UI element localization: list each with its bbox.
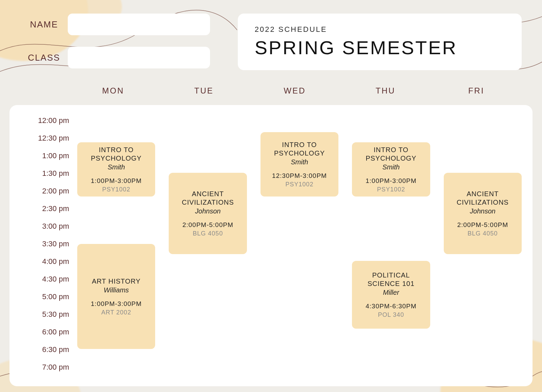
event-title: POLITICAL SCIENCE 101 (355, 271, 426, 288)
time-label: 12:30 pm (9, 133, 77, 151)
day-header: FRI (431, 86, 522, 96)
event-instructor: Smith (81, 163, 152, 171)
event-code: PSY1002 (355, 186, 426, 193)
name-input[interactable] (68, 14, 210, 35)
page-title: SPRING SEMESTER (255, 37, 457, 59)
event-block: ART HISTORYWilliams1:00PM-3:00PMART 2002 (77, 244, 155, 349)
event-title: ANCIENT CIVILIZATIONS (172, 190, 243, 207)
time-label: 5:00 pm (9, 292, 77, 310)
time-label: 3:00 pm (9, 222, 77, 239)
time-label: 3:30 pm (9, 239, 77, 257)
event-title: INTRO TO PSYCHOLOGY (81, 146, 152, 163)
event-time: 4:30PM-6:30PM (355, 303, 426, 310)
time-label: 12:00 pm (9, 116, 77, 133)
class-input[interactable] (68, 47, 210, 68)
event-code: PSY1002 (81, 186, 152, 193)
event-instructor: Johnson (172, 207, 243, 215)
time-label: 2:30 pm (9, 204, 77, 222)
day-column-mon: INTRO TO PSYCHOLOGYSmith1:00PM-3:00PMPSY… (77, 112, 155, 379)
day-header: TUE (159, 86, 249, 96)
event-time: 1:00PM-3:00PM (81, 177, 152, 185)
event-instructor: Smith (355, 163, 426, 171)
event-title: INTRO TO PSYCHOLOGY (355, 146, 426, 163)
time-label: 4:00 pm (9, 257, 77, 274)
event-instructor: Smith (264, 158, 335, 166)
title-card: 2022 SCHEDULE SPRING SEMESTER (238, 14, 522, 70)
event-block: INTRO TO PSYCHOLOGYSmith1:00PM-3:00PMPSY… (77, 142, 155, 197)
day-header: MON (68, 86, 159, 96)
time-label: 7:00 pm (9, 363, 77, 380)
time-label: 5:30 pm (9, 310, 77, 327)
day-column-thu: INTRO TO PSYCHOLOGYSmith1:00PM-3:00PMPSY… (352, 112, 430, 379)
event-time: 2:00PM-5:00PM (172, 221, 243, 229)
event-time: 1:00PM-3:00PM (81, 300, 152, 308)
event-title: ANCIENT CIVILIZATIONS (447, 190, 518, 207)
event-code: PSY1002 (264, 181, 335, 188)
time-label: 4:30 pm (9, 274, 77, 292)
event-block: INTRO TO PSYCHOLOGYSmith1:00PM-3:00PMPSY… (352, 142, 430, 197)
event-instructor: Johnson (447, 207, 518, 215)
event-instructor: Williams (81, 286, 152, 294)
event-code: BLG 4050 (172, 230, 243, 237)
event-block: ANCIENT CIVILIZATIONSJohnson2:00PM-5:00P… (444, 173, 522, 254)
event-block: POLITICAL SCIENCE 101Miller4:30PM-6:30PM… (352, 261, 430, 329)
day-header: THU (340, 86, 431, 96)
event-block: INTRO TO PSYCHOLOGYSmith12:30PM-3:00PMPS… (260, 132, 338, 197)
event-code: POL 340 (355, 311, 426, 318)
class-label: CLASS (20, 53, 68, 63)
time-label: 1:30 pm (9, 169, 77, 186)
day-header-row: MON TUE WED THU FRI (0, 86, 542, 96)
time-label: 1:00 pm (9, 151, 77, 169)
time-column: 12:00 pm12:30 pm1:00 pm1:30 pm2:00 pm2:3… (9, 116, 77, 380)
day-column-fri: ANCIENT CIVILIZATIONSJohnson2:00PM-5:00P… (444, 112, 522, 379)
time-label: 2:00 pm (9, 186, 77, 204)
schedule-grid: 12:00 pm12:30 pm1:00 pm1:30 pm2:00 pm2:3… (9, 105, 533, 386)
event-time: 12:30PM-3:00PM (264, 172, 335, 180)
event-time: 2:00PM-5:00PM (447, 221, 518, 229)
event-title: INTRO TO PSYCHOLOGY (264, 141, 335, 158)
event-title: ART HISTORY (81, 277, 152, 286)
subtitle: 2022 SCHEDULE (255, 25, 457, 34)
event-instructor: Miller (355, 289, 426, 296)
event-code: ART 2002 (81, 309, 152, 316)
day-header: WED (249, 86, 340, 96)
event-block: ANCIENT CIVILIZATIONSJohnson2:00PM-5:00P… (169, 173, 247, 254)
name-label: NAME (20, 19, 68, 30)
day-column-wed: INTRO TO PSYCHOLOGYSmith12:30PM-3:00PMPS… (260, 112, 338, 379)
event-time: 1:00PM-3:00PM (355, 177, 426, 185)
time-label: 6:30 pm (9, 345, 77, 363)
day-column-tue: ANCIENT CIVILIZATIONSJohnson2:00PM-5:00P… (169, 112, 247, 379)
time-label: 6:00 pm (9, 327, 77, 345)
event-code: BLG 4050 (447, 230, 518, 237)
